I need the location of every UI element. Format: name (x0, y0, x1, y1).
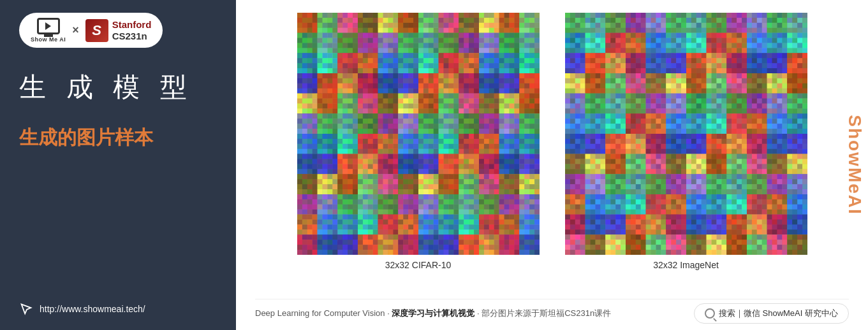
monitor-icon (37, 18, 60, 34)
imagenet-label: 32x32 ImageNet (653, 260, 719, 270)
bottom-text-prefix: Deep Learning for Computer Vision · (255, 308, 392, 318)
website-link[interactable]: http://www.showmeai.tech/ (19, 302, 145, 316)
course-name: CS231n (112, 31, 152, 42)
stanford-s-icon: S (85, 19, 108, 42)
stanford-text: Stanford CS231n (112, 19, 152, 42)
search-badge[interactable]: 搜索｜微信 ShowMeAI 研究中心 (694, 303, 849, 324)
imagenet-image-block: 32x32 ImageNet (565, 13, 807, 270)
cifar-label: 32x32 CIFAR-10 (385, 260, 452, 270)
watermark-text: ShowMeAI (844, 115, 865, 215)
play-icon (45, 22, 51, 30)
watermark: ShowMeAI (841, 0, 868, 330)
cursor-icon (19, 302, 33, 316)
bottom-text: Deep Learning for Computer Vision · 深度学习… (255, 308, 611, 319)
cifar-grid (297, 13, 540, 255)
search-badge-text: 搜索｜微信 ShowMeAI 研究中心 (719, 308, 838, 319)
main-content: 32x32 CIFAR-10 32x32 ImageNet Deep Learn… (236, 0, 868, 330)
logo-area: Show Me AI × S Stanford CS231n (19, 13, 163, 48)
website-url: http://www.showmeai.tech/ (40, 304, 145, 314)
bottom-text-bold: 深度学习与计算机视觉 (392, 308, 474, 318)
main-title: 生 成 模 型 (19, 70, 217, 105)
stanford-logo: S Stanford CS231n (85, 19, 152, 42)
stanford-name: Stanford (112, 19, 152, 31)
x-separator: × (72, 24, 79, 37)
bottom-bar: Deep Learning for Computer Vision · 深度学习… (255, 299, 849, 324)
images-row: 32x32 CIFAR-10 32x32 ImageNet (255, 13, 849, 298)
sidebar: Show Me AI × S Stanford CS231n 生 成 模 型 生… (0, 0, 236, 330)
search-icon (705, 308, 715, 319)
cifar-image-block: 32x32 CIFAR-10 (297, 13, 540, 270)
showmeai-logo-text: Show Me AI (31, 37, 66, 43)
imagenet-grid (565, 13, 807, 255)
showmeai-logo: Show Me AI (31, 18, 66, 43)
bottom-text-suffix: · 部分图片来源于斯坦福CS231n课件 (474, 308, 611, 318)
sub-title: 生成的图片样本 (19, 124, 217, 151)
